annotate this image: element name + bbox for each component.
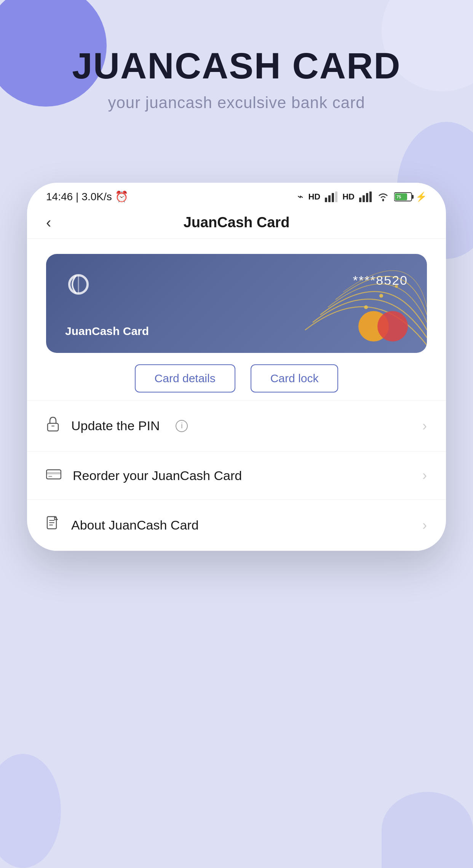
- status-alarm-icon: ⏰: [115, 190, 128, 203]
- status-time: 14:46: [46, 191, 73, 203]
- menu-item-reorder-card[interactable]: Reorder your JuanCash Card ›: [27, 452, 446, 500]
- svg-point-16: [395, 285, 398, 288]
- charging-icon: ⚡: [415, 191, 427, 202]
- svg-rect-18: [51, 426, 54, 426]
- status-separator: |: [76, 191, 78, 203]
- document-icon: [46, 516, 60, 535]
- svg-rect-3: [335, 191, 337, 202]
- status-bar: 14:46 | 3.0K/s ⏰ ⌁ HD HD: [27, 183, 446, 207]
- svg-text:75: 75: [396, 195, 401, 199]
- svg-rect-2: [332, 193, 334, 202]
- wifi-icon: [377, 191, 390, 202]
- chevron-right-icon-pin: ›: [422, 418, 427, 434]
- mastercard-logo: [358, 311, 408, 341]
- menu-list: Update the PIN i › Reorder your JuanCash…: [27, 400, 446, 551]
- nav-title: JuanCash Card: [184, 214, 290, 231]
- svg-rect-4: [359, 198, 361, 202]
- signal-bars-icon: [325, 191, 338, 202]
- signal-bars2-icon: [359, 191, 372, 202]
- battery-indicator: 75 ⚡: [394, 191, 427, 202]
- card-name-label: JuanCash Card: [65, 325, 149, 338]
- bank-card: ****8520 JuanCash Card: [46, 254, 427, 353]
- svg-rect-20: [46, 472, 61, 474]
- app-subtitle: your juancash exculsive bank card: [0, 94, 473, 112]
- svg-rect-0: [325, 198, 327, 202]
- mastercard-red-circle: [377, 311, 408, 341]
- lock-icon: [46, 416, 60, 435]
- svg-rect-17: [48, 423, 58, 431]
- header-section: JUANCASH CARD your juancash exculsive ba…: [0, 0, 473, 112]
- signal-hd-icon: HD: [308, 192, 320, 202]
- nav-bar: ‹ JuanCash Card: [27, 207, 446, 239]
- status-left: 14:46 | 3.0K/s ⏰: [46, 190, 128, 203]
- svg-rect-6: [366, 193, 368, 202]
- signal-hd2-icon: HD: [342, 192, 355, 202]
- card-logo-icon: [65, 273, 92, 296]
- reorder-card-label: Reorder your JuanCash Card: [73, 468, 242, 483]
- bg-decoration-bottom-right: [382, 792, 473, 868]
- card-lock-button[interactable]: Card lock: [251, 364, 339, 393]
- info-icon: i: [176, 420, 188, 432]
- status-right: ⌁ HD HD: [297, 191, 427, 203]
- svg-rect-1: [328, 195, 331, 202]
- svg-point-14: [364, 305, 368, 309]
- svg-rect-7: [369, 191, 372, 202]
- status-network-speed: 3.0K/s: [81, 191, 112, 203]
- svg-point-15: [379, 294, 383, 298]
- chevron-right-icon-about: ›: [422, 517, 427, 533]
- svg-rect-10: [412, 195, 414, 199]
- svg-rect-21: [48, 476, 52, 477]
- card-icon: [46, 468, 61, 483]
- menu-item-update-pin[interactable]: Update the PIN i ›: [27, 400, 446, 452]
- action-buttons-row: Card details Card lock: [46, 364, 427, 393]
- menu-item-reorder-left: Reorder your JuanCash Card: [46, 468, 242, 483]
- about-card-label: About JuanCash Card: [71, 518, 199, 533]
- menu-item-about-card[interactable]: About JuanCash Card ›: [27, 500, 446, 551]
- chevron-right-icon-reorder: ›: [422, 468, 427, 483]
- bg-decoration-bottom-left: [0, 754, 61, 868]
- menu-item-update-pin-left: Update the PIN i: [46, 416, 188, 435]
- bluetooth-icon: ⌁: [297, 191, 304, 203]
- card-details-button[interactable]: Card details: [135, 364, 235, 393]
- update-pin-label: Update the PIN: [71, 418, 160, 433]
- phone-mockup: 14:46 | 3.0K/s ⏰ ⌁ HD HD: [27, 183, 446, 551]
- back-button[interactable]: ‹: [46, 214, 51, 231]
- menu-item-about-left: About JuanCash Card: [46, 516, 199, 535]
- svg-point-8: [382, 199, 384, 201]
- app-title: JUANCASH CARD: [0, 46, 473, 86]
- svg-rect-5: [363, 195, 365, 202]
